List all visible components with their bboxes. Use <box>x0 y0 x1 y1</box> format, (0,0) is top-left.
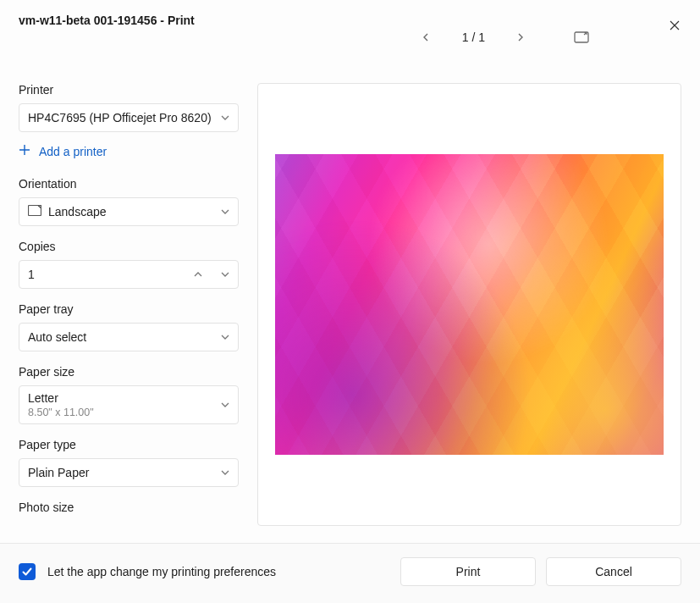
paper-tray-value: Auto select <box>28 330 86 344</box>
plus-icon <box>19 144 30 158</box>
preview-panel <box>257 83 681 526</box>
copies-decrease[interactable] <box>218 266 233 283</box>
preview-page <box>275 154 664 455</box>
fit-page-button[interactable] <box>568 24 595 51</box>
chevron-down-icon <box>221 270 229 279</box>
cancel-button[interactable]: Cancel <box>546 557 681 586</box>
orientation-label: Orientation <box>19 177 239 191</box>
chevron-down-icon <box>221 466 229 479</box>
check-icon <box>21 566 33 578</box>
allow-app-preferences-label[interactable]: Let the app change my printing preferenc… <box>47 565 389 578</box>
copies-label: Copies <box>19 240 239 253</box>
main: Printer HP4C7695 (HP Officejet Pro 8620)… <box>0 51 700 543</box>
paper-size-subvalue: 8.50" x 11.00" <box>28 407 94 418</box>
topbar: vm-w11-beta 001-191456 - Print 1 / 1 <box>0 0 700 51</box>
copies-input[interactable]: 1 <box>19 260 239 289</box>
paper-tray-label: Paper tray <box>19 302 239 316</box>
paper-type-group: Paper type Plain Paper <box>19 438 239 487</box>
paper-size-select[interactable]: Letter 8.50" x 11.00" <box>19 385 239 424</box>
paper-size-label: Paper size <box>19 365 239 379</box>
previous-page-button[interactable] <box>412 24 439 51</box>
copies-increase[interactable] <box>190 266 206 283</box>
chevron-up-icon <box>194 270 202 279</box>
printer-select[interactable]: HP4C7695 (HP Officejet Pro 8620) <box>19 103 239 132</box>
chevron-down-icon <box>221 330 229 344</box>
printer-label: Printer <box>19 83 239 97</box>
chevron-left-icon <box>422 33 430 41</box>
close-icon <box>670 20 680 30</box>
footer: Let the app change my printing preferenc… <box>0 543 700 603</box>
fit-page-icon <box>574 31 589 43</box>
printer-value: HP4C7695 (HP Officejet Pro 8620) <box>28 111 212 124</box>
next-page-button[interactable] <box>507 24 534 51</box>
page-indicator: 1 / 1 <box>456 30 490 44</box>
paper-type-label: Paper type <box>19 438 239 451</box>
footer-buttons: Print Cancel <box>400 557 681 586</box>
copies-value: 1 <box>28 268 35 281</box>
landscape-icon <box>28 205 41 219</box>
orientation-select[interactable]: Landscape <box>19 197 239 226</box>
print-button[interactable]: Print <box>400 557 536 586</box>
print-dialog: vm-w11-beta 001-191456 - Print 1 / 1 <box>0 0 700 603</box>
orientation-group: Orientation Landscape <box>19 177 239 226</box>
paper-tray-select[interactable]: Auto select <box>19 323 239 351</box>
chevron-down-icon <box>221 398 229 412</box>
chevron-down-icon <box>221 205 229 219</box>
allow-app-preferences-checkbox[interactable] <box>19 563 36 580</box>
settings-panel: Printer HP4C7695 (HP Officejet Pro 8620)… <box>19 51 239 543</box>
window-title: vm-w11-beta 001-191456 - Print <box>19 14 195 27</box>
pager: 1 / 1 <box>347 24 661 51</box>
photo-size-group: Photo size <box>19 501 239 514</box>
paper-type-value: Plain Paper <box>28 466 89 479</box>
printer-group: Printer HP4C7695 (HP Officejet Pro 8620)… <box>19 83 239 160</box>
paper-size-group: Paper size Letter 8.50" x 11.00" <box>19 365 239 424</box>
photo-size-label: Photo size <box>19 501 239 514</box>
add-printer-link[interactable]: Add a printer <box>19 142 239 160</box>
copies-group: Copies 1 <box>19 240 239 289</box>
chevron-down-icon <box>221 111 229 124</box>
orientation-value: Landscape <box>48 205 107 219</box>
paper-size-value: Letter <box>28 391 94 405</box>
chevron-right-icon <box>516 33 525 41</box>
paper-tray-group: Paper tray Auto select <box>19 302 239 351</box>
close-button[interactable] <box>661 12 688 39</box>
add-printer-label: Add a printer <box>39 145 107 158</box>
paper-type-select[interactable]: Plain Paper <box>19 458 239 487</box>
